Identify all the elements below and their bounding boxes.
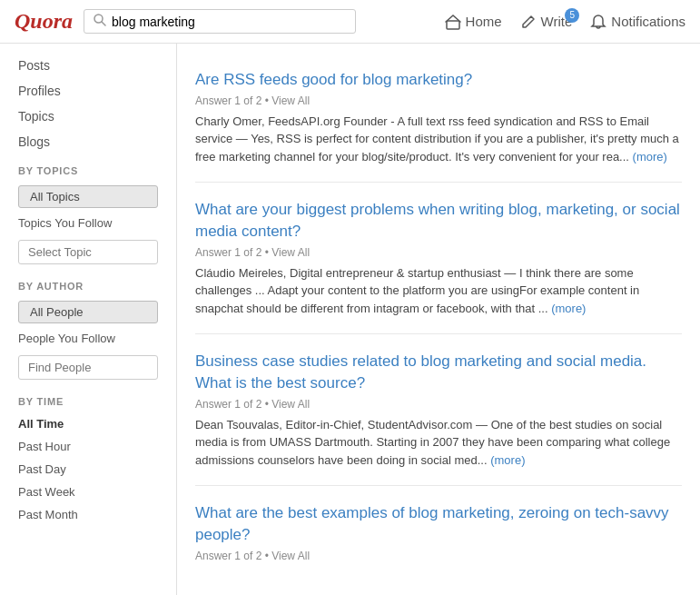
all-people-button[interactable]: All People (18, 301, 158, 323)
home-icon (445, 14, 461, 30)
notifications-label: Notifications (611, 14, 685, 29)
write-icon (520, 14, 537, 30)
notifications-nav-item[interactable]: Notifications (590, 14, 685, 30)
sidebar-item-profiles[interactable]: Profiles (0, 78, 176, 104)
result-title[interactable]: What are your biggest problems when writ… (195, 199, 682, 243)
topics-you-follow-link[interactable]: Topics You Follow (0, 212, 176, 234)
result-text: Dean Tsouvalas, Editor-in-Chief, Student… (195, 418, 670, 467)
all-topics-button[interactable]: All Topics (18, 185, 158, 208)
search-input[interactable] (112, 15, 346, 29)
more-link[interactable]: (more) (551, 302, 586, 315)
result-text: Charly Omer, FeedsAPI.org Founder - A fu… (195, 114, 679, 164)
time-past-hour[interactable]: Past Hour (0, 435, 176, 458)
find-people-input[interactable] (18, 355, 158, 380)
result-title[interactable]: What are the best examples of blog marke… (195, 502, 682, 546)
sidebar-item-topics[interactable]: Topics (0, 104, 176, 129)
logo: Quora (15, 9, 73, 34)
home-nav-item[interactable]: Home (445, 14, 502, 30)
svg-rect-2 (447, 21, 459, 29)
result-meta: Answer 1 of 2 • View All (195, 550, 682, 562)
table-row: Are RSS feeds good for blog marketing? A… (195, 53, 682, 183)
results-main: Are RSS feeds good for blog marketing? A… (177, 44, 700, 595)
time-past-day[interactable]: Past Day (0, 458, 176, 481)
bell-icon (590, 14, 606, 30)
table-row: Business case studies related to blog ma… (195, 334, 682, 486)
result-body: Charly Omer, FeedsAPI.org Founder - A fu… (195, 113, 682, 166)
header: Quora Home Write 5 (0, 0, 700, 44)
result-meta: Answer 1 of 2 • View All (195, 398, 682, 411)
result-meta: Answer 1 of 2 • View All (195, 246, 682, 259)
result-body: Cláudio Meireles, Digital entrepreneur &… (195, 264, 682, 318)
time-past-week[interactable]: Past Week (0, 481, 176, 503)
write-badge-count: 5 (565, 8, 579, 23)
table-row: What are your biggest problems when writ… (195, 183, 682, 334)
result-title[interactable]: Business case studies related to blog ma… (195, 351, 682, 394)
header-nav: Home Write 5 Notifications (445, 14, 685, 30)
time-all-time[interactable]: All Time (0, 412, 176, 435)
by-author-label: BY AUTHOR (0, 270, 176, 297)
by-time-label: BY TIME (0, 385, 176, 412)
result-meta: Answer 1 of 2 • View All (195, 94, 682, 107)
select-topic-input[interactable] (18, 240, 158, 264)
search-box[interactable] (84, 9, 356, 34)
more-link[interactable]: (more) (490, 453, 525, 467)
home-label: Home (466, 14, 502, 29)
table-row: What are the best examples of blog marke… (195, 486, 682, 584)
by-topics-label: BY TOPICS (0, 154, 176, 182)
sidebar-item-blogs[interactable]: Blogs (0, 129, 176, 154)
write-nav-item[interactable]: Write 5 (520, 14, 573, 30)
result-body: Dean Tsouvalas, Editor-in-Chief, Student… (195, 416, 682, 470)
sidebar: Posts Profiles Topics Blogs BY TOPICS Al… (0, 44, 177, 595)
more-link[interactable]: (more) (633, 150, 667, 164)
sidebar-item-posts[interactable]: Posts (0, 53, 176, 78)
people-you-follow-link[interactable]: People You Follow (0, 327, 176, 350)
main-layout: Posts Profiles Topics Blogs BY TOPICS Al… (0, 44, 700, 595)
result-title[interactable]: Are RSS feeds good for blog marketing? (195, 69, 682, 91)
time-past-month[interactable]: Past Month (0, 503, 176, 526)
svg-line-1 (102, 22, 105, 25)
search-icon (94, 14, 106, 29)
